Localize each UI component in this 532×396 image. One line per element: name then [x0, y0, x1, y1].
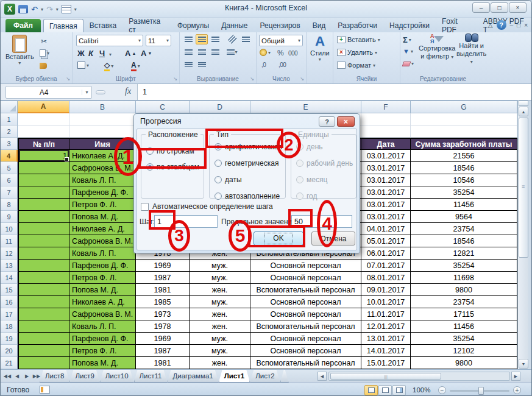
number-launcher-icon[interactable]: ↘: [300, 76, 304, 82]
cell-C14[interactable]: 1987: [136, 272, 190, 284]
cell-G11[interactable]: 18546: [411, 235, 517, 247]
cell-A6[interactable]: [18, 174, 69, 186]
column-header-F[interactable]: F: [361, 101, 411, 113]
help-icon[interactable]: ?: [497, 20, 506, 30]
cell-B20[interactable]: Петров Ф. Л.: [69, 345, 136, 357]
row-header-14[interactable]: 14: [1, 272, 18, 284]
cell-D13[interactable]: муж.: [190, 260, 250, 272]
cell-B9[interactable]: Попова М. Д.: [69, 211, 136, 223]
cell-G14[interactable]: 11698: [411, 272, 517, 284]
cell-F4[interactable]: 03.01.2017: [361, 150, 411, 162]
cell-F12[interactable]: 06.01.2017: [361, 247, 411, 260]
cell-E19[interactable]: Основной персонал: [250, 333, 361, 345]
cell-B6[interactable]: Коваль Л. П.: [69, 174, 136, 186]
name-box[interactable]: A4▾: [5, 86, 92, 99]
cell-B10[interactable]: Николаев А. Д.: [69, 223, 136, 235]
prev-sheet-icon[interactable]: ◀: [13, 372, 21, 381]
merge-center-icon[interactable]: ▾: [226, 47, 238, 57]
vertical-scroll-thumb[interactable]: [519, 118, 528, 258]
row-header-17[interactable]: 17: [1, 308, 18, 320]
table-header-cell-G3[interactable]: Сумма заработной платы: [411, 138, 517, 150]
thousands-button[interactable]: 000: [288, 50, 297, 57]
cell-B2[interactable]: [69, 126, 136, 138]
currency-button[interactable]: ▾: [260, 49, 271, 56]
format-cells-button[interactable]: Формат▾: [337, 62, 375, 69]
cell-G13[interactable]: 35254: [411, 260, 517, 272]
format-painter-button[interactable]: [40, 63, 47, 69]
borders-button[interactable]: ▾: [77, 62, 89, 69]
decrease-decimal-button[interactable]: ,00: [278, 62, 286, 68]
sheet-tab-1[interactable]: Лист8: [40, 370, 69, 383]
zoom-level[interactable]: 100%: [413, 386, 430, 394]
auto-step-checkbox[interactable]: [141, 203, 149, 211]
cell-F21[interactable]: 15.01.2017: [361, 357, 411, 369]
delete-cells-button[interactable]: ×Удалить▾: [337, 49, 377, 56]
cell-A10[interactable]: [18, 223, 69, 235]
paste-button[interactable]: Вставить ▾: [5, 35, 34, 66]
bold-button[interactable]: Ж: [77, 49, 85, 58]
cell-G1[interactable]: [411, 113, 517, 126]
ribbon-tab-2[interactable]: Вставка: [83, 19, 123, 32]
column-header-D[interactable]: D: [190, 101, 250, 113]
row-header-19[interactable]: 19: [1, 333, 18, 345]
sheet-tab-3[interactable]: Лист10: [100, 370, 134, 383]
row-header-9[interactable]: 9: [1, 211, 18, 223]
clipboard-launcher-icon[interactable]: ↘: [66, 76, 70, 82]
cell-D15[interactable]: жен.: [190, 284, 250, 296]
cell-B19[interactable]: Парфенов Д. Ф.: [69, 333, 136, 345]
cell-A5[interactable]: [18, 162, 69, 174]
percent-button[interactable]: %: [277, 49, 284, 57]
cell-A4[interactable]: 1: [18, 150, 69, 162]
cell-F13[interactable]: 07.01.2017: [361, 260, 411, 272]
column-header-C[interactable]: C: [136, 101, 190, 113]
find-select-button[interactable]: Найти ивыделить ▾: [456, 34, 486, 65]
underline-button[interactable]: Ч: [99, 49, 105, 58]
cell-F6[interactable]: 03.01.2017: [361, 174, 411, 186]
cell-G7[interactable]: 35254: [411, 186, 517, 199]
column-header-E[interactable]: E: [250, 101, 361, 113]
cell-B18[interactable]: Коваль Л. П.: [69, 320, 136, 333]
row-header-12[interactable]: 12: [1, 247, 18, 260]
row-header-10[interactable]: 10: [1, 223, 18, 235]
ribbon-tab-3[interactable]: Разметка ст: [122, 19, 171, 32]
cell-G2[interactable]: [411, 126, 517, 138]
row-header-2[interactable]: 2: [1, 126, 18, 138]
cell-G19[interactable]: 35254: [411, 333, 517, 345]
row-header-7[interactable]: 7: [1, 186, 18, 199]
cell-A15[interactable]: [18, 284, 69, 296]
cell-F5[interactable]: 03.01.2017: [361, 162, 411, 174]
cell-E13[interactable]: Основной персонал: [250, 260, 361, 272]
cell-G9[interactable]: 9564: [411, 211, 517, 223]
column-header-A[interactable]: A: [18, 101, 69, 113]
cell-A1[interactable]: [18, 113, 69, 126]
macro-record-icon[interactable]: [40, 386, 50, 394]
increase-indent-icon[interactable]: [196, 60, 208, 70]
scrollbar-split-handle[interactable]: [519, 101, 528, 106]
italic-button[interactable]: К: [88, 49, 93, 58]
auto-step-checkbox-row[interactable]: Автоматическое определение шага: [141, 202, 273, 211]
cell-G10[interactable]: 23754: [411, 223, 517, 235]
styles-button[interactable]: A Стили ▾: [310, 34, 330, 62]
row-header-1[interactable]: 1: [1, 113, 18, 126]
fill-button[interactable]: ▼▾: [403, 48, 413, 55]
first-sheet-icon[interactable]: ◀◀: [3, 372, 12, 381]
cell-G21[interactable]: 9800: [411, 357, 517, 369]
cell-F20[interactable]: 14.01.2017: [361, 345, 411, 357]
hscroll-left-icon[interactable]: ◀: [317, 372, 327, 381]
clear-button[interactable]: ▾: [403, 61, 414, 66]
cell-F15[interactable]: 09.01.2017: [361, 284, 411, 296]
align-bottom-icon[interactable]: [209, 34, 221, 44]
cell-B11[interactable]: Сафронова В. М.: [69, 235, 136, 247]
vertical-scrollbar[interactable]: ▲ ▼: [517, 101, 528, 369]
cell-B14[interactable]: Петров Ф. Л.: [69, 272, 136, 284]
sheet-tab-2[interactable]: Лист9: [69, 370, 99, 383]
cell-F16[interactable]: 10.01.2017: [361, 296, 411, 308]
cell-G15[interactable]: 9800: [411, 284, 517, 296]
insert-sheet-tab[interactable]: [280, 370, 289, 383]
tab-file[interactable]: Файл: [5, 19, 41, 32]
close-button[interactable]: ×: [509, 2, 527, 13]
cell-D20[interactable]: муж.: [190, 345, 250, 357]
cell-D18[interactable]: жен.: [190, 320, 250, 333]
cell-E15[interactable]: Вспомогательный персонал: [250, 284, 361, 296]
cell-C17[interactable]: 1973: [136, 308, 190, 320]
